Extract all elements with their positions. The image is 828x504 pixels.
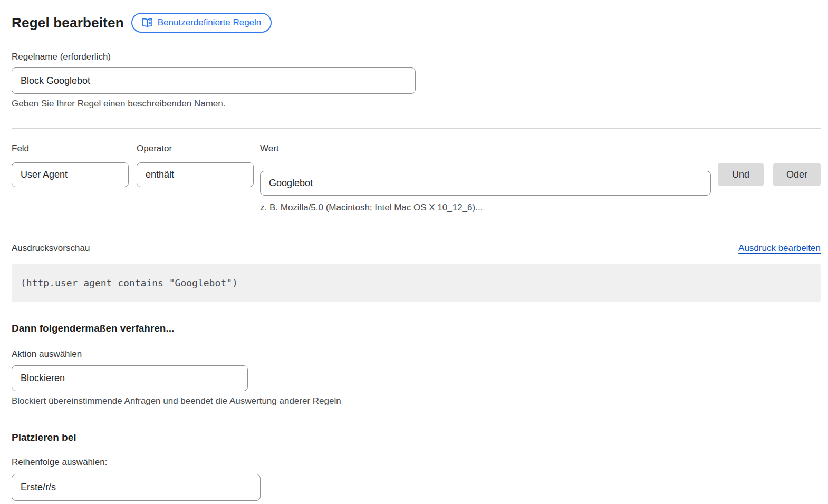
or-button[interactable]: Oder — [773, 163, 821, 186]
placement-label: Reihenfolge auswählen: — [12, 457, 821, 468]
field-label: Feld — [12, 143, 129, 154]
value-label: Wert — [260, 143, 711, 154]
operator-select[interactable]: enthält — [137, 162, 254, 187]
expression-preview-label: Ausdrucksvorschau — [12, 243, 90, 254]
value-column: Wert z. B. Mozilla/5.0 (Macintosh; Intel… — [260, 143, 711, 213]
field-column: Feld User Agent — [12, 143, 129, 187]
operator-column: Operator enthält — [137, 143, 254, 187]
rule-name-label: Regelname (erforderlich) — [12, 52, 821, 62]
value-help: z. B. Mozilla/5.0 (Macintosh; Intel Mac … — [260, 202, 711, 213]
edit-expression-link[interactable]: Ausdruck bearbeiten — [738, 243, 821, 254]
page-header: Regel bearbeiten Benutzerdefinierte Rege… — [12, 13, 821, 33]
conjunction-buttons: Und Oder — [718, 163, 821, 186]
page-title: Regel bearbeiten — [12, 15, 124, 31]
action-label: Aktion auswählen — [12, 349, 821, 360]
rule-editor-page: Regel bearbeiten Benutzerdefinierte Rege… — [0, 0, 828, 501]
operator-label: Operator — [137, 143, 254, 154]
condition-row: Feld User Agent Operator enthält Wert z — [12, 143, 821, 213]
and-button[interactable]: Und — [718, 163, 764, 186]
section-divider — [12, 128, 821, 129]
action-section: Dann folgendermaßen verfahren... Aktion … — [12, 323, 821, 406]
field-select[interactable]: User Agent — [12, 162, 129, 187]
rule-name-section: Regelname (erforderlich) Geben Sie Ihrer… — [12, 52, 821, 109]
action-help: Blockiert übereinstimmende Anfragen und … — [12, 396, 821, 406]
operator-select-value: enthält — [146, 169, 174, 180]
value-input[interactable] — [260, 171, 711, 196]
placement-order-select[interactable]: Erste/r/s — [12, 474, 261, 501]
action-select[interactable]: Blockieren — [12, 365, 248, 391]
placement-order-value: Erste/r/s — [21, 482, 56, 493]
expression-code: (http.user_agent contains "Googlebot") — [21, 277, 238, 288]
rule-name-help: Geben Sie Ihrer Regel einen beschreibend… — [12, 99, 821, 109]
rule-name-input[interactable] — [12, 67, 416, 94]
custom-rules-docs-label: Benutzerdefinierte Regeln — [158, 17, 262, 28]
custom-rules-docs-button[interactable]: Benutzerdefinierte Regeln — [131, 13, 272, 33]
field-select-value: User Agent — [21, 169, 68, 180]
action-heading: Dann folgendermaßen verfahren... — [12, 323, 821, 334]
expression-header: Ausdrucksvorschau Ausdruck bearbeiten — [12, 243, 821, 254]
placement-section: Platzieren bei Reihenfolge auswählen: Er… — [12, 432, 821, 501]
placement-heading: Platzieren bei — [12, 432, 821, 443]
open-book-icon — [142, 18, 153, 27]
expression-preview-box: (http.user_agent contains "Googlebot") — [12, 264, 821, 302]
action-select-value: Blockieren — [21, 373, 65, 384]
